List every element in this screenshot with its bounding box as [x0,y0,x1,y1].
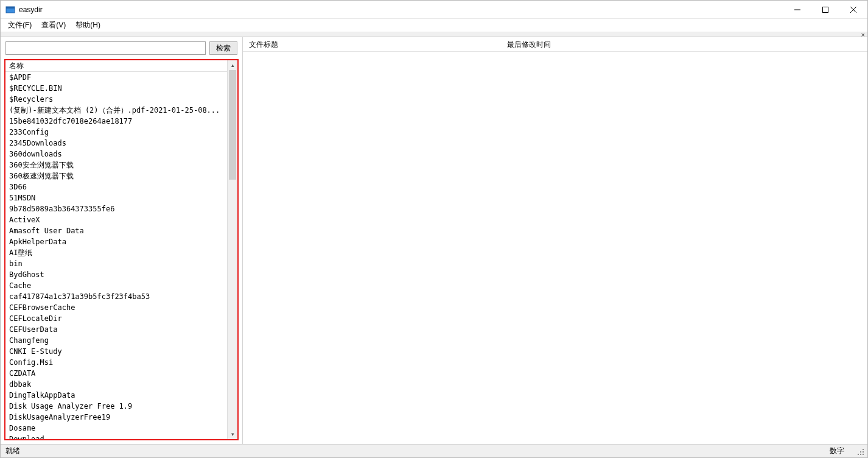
app-window: easydir 文件(F) 查看(V) 帮助(H) × 检索 名称 $APDF$… [0,0,868,458]
svg-rect-6 [863,449,864,450]
list-item[interactable]: ApkHelperData [5,236,227,247]
right-list-header: 文件标题 最后修改时间 [243,37,867,52]
list-item[interactable]: 51MSDN [5,192,227,203]
list-item[interactable]: 3D66 [5,181,227,192]
list-item[interactable]: bin [5,258,227,269]
app-icon [5,5,15,15]
search-input[interactable] [5,41,206,55]
right-panel: 文件标题 最后修改时间 [243,37,867,444]
minimize-button[interactable] [783,1,811,19]
list-item[interactable]: 9b78d5089a3b364373355fe6 [5,203,227,214]
list-item[interactable]: 360downloads [5,149,227,160]
menu-file[interactable]: 文件(F) [3,19,37,32]
list-item[interactable]: CEFBrowserCache [5,302,227,313]
list-item[interactable]: 360极速浏览器下载 [5,171,227,181]
list-item[interactable]: Disk Usage Analyzer Free 1.9 [5,401,227,412]
body-area: 检索 名称 $APDF$RECYCLE.BIN$Recyclers(复制)-新建… [1,37,867,444]
scroll-down-icon[interactable]: ▾ [228,429,237,439]
svg-rect-8 [863,451,864,453]
list-item[interactable]: ActiveX [5,214,227,225]
toolbar-strip: × [1,32,867,37]
svg-rect-10 [860,454,861,455]
list-item[interactable]: Changfeng [5,335,227,346]
file-list[interactable]: 名称 $APDF$RECYCLE.BIN$Recyclers(复制)-新建文本文… [5,60,227,439]
scroll-thumb[interactable] [229,70,236,180]
scroll-up-icon[interactable]: ▴ [228,60,237,70]
list-item[interactable]: caf417874a1c371a39b5fc3f23f4ba53 [5,291,227,302]
svg-rect-7 [860,451,861,453]
menu-help[interactable]: 帮助(H) [71,19,105,32]
vertical-scrollbar[interactable]: ▴ ▾ [227,60,237,439]
titlebar: easydir [1,1,867,19]
status-text: 就绪 [5,446,830,456]
statusbar: 就绪 数字 [1,444,867,457]
column-file-title[interactable]: 文件标题 [243,37,501,51]
list-item[interactable]: Amasoft User Data [5,225,227,236]
right-list-body [243,52,867,444]
list-item[interactable]: DiskUsageAnalyzerFree19 [5,412,227,423]
close-button[interactable] [839,1,867,19]
list-item[interactable]: $RECYCLE.BIN [5,83,227,94]
list-item[interactable]: CNKI E-Study [5,346,227,357]
panel-close-icon[interactable]: × [861,31,865,38]
list-item[interactable]: AI壁纸 [5,247,227,258]
list-item[interactable]: BydGhost [5,269,227,280]
svg-rect-9 [858,454,859,455]
menubar: 文件(F) 查看(V) 帮助(H) [1,19,867,32]
svg-rect-3 [823,7,828,12]
list-item[interactable]: Cache [5,280,227,291]
list-item[interactable]: Dosame [5,423,227,434]
column-last-modified[interactable]: 最后修改时间 [501,37,867,51]
list-column-name[interactable]: 名称 [5,60,227,72]
resize-grip-icon[interactable] [855,446,865,456]
maximize-button[interactable] [811,1,839,19]
list-item[interactable]: 15be841032dfc7018e264ae18177 [5,116,227,127]
menu-view[interactable]: 查看(V) [37,19,71,32]
list-item[interactable]: Config.Msi [5,357,227,368]
list-item[interactable]: CEFLocaleDir [5,313,227,324]
search-row: 检索 [1,37,242,59]
list-item[interactable]: 233Config [5,127,227,138]
svg-rect-11 [863,454,864,455]
left-panel: 检索 名称 $APDF$RECYCLE.BIN$Recyclers(复制)-新建… [1,37,243,444]
list-item[interactable]: dbbak [5,379,227,390]
file-list-highlight: 名称 $APDF$RECYCLE.BIN$Recyclers(复制)-新建文本文… [4,59,239,440]
list-item[interactable]: $APDF [5,72,227,83]
list-item[interactable]: Download [5,434,227,439]
list-item[interactable]: $Recyclers [5,94,227,105]
svg-rect-1 [6,7,15,9]
list-item[interactable]: 2345Downloads [5,138,227,149]
list-item[interactable]: (复制)-新建文本文档 (2)（合并）.pdf-2021-01-25-08... [5,105,227,116]
search-button[interactable]: 检索 [209,41,237,55]
window-title: easydir [19,5,783,14]
list-item[interactable]: DingTalkAppData [5,390,227,401]
list-item[interactable]: CEFUserData [5,324,227,335]
list-item[interactable]: CZDATA [5,368,227,379]
list-item[interactable]: 360安全浏览器下载 [5,160,227,171]
